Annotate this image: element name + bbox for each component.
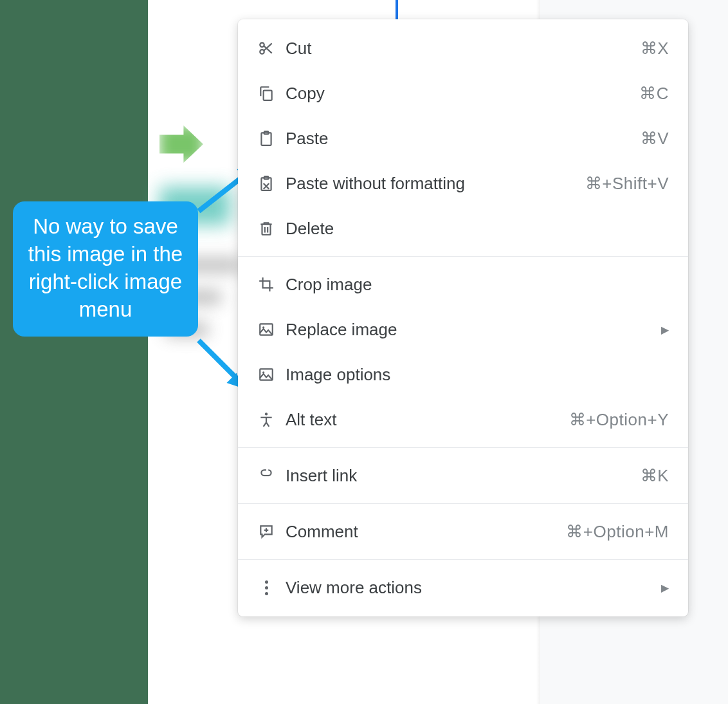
menu-item-label: View more actions [279,578,653,598]
image-icon [253,366,279,383]
more-vertical-icon [253,579,279,596]
menu-divider [238,447,688,448]
menu-item-paste-without-formatting[interactable]: Paste without formatting ⌘+Shift+V [238,161,688,206]
menu-item-copy[interactable]: Copy ⌘C [238,71,688,116]
menu-item-delete[interactable]: Delete [238,206,688,251]
menu-item-label: Replace image [279,320,653,340]
svg-point-18 [265,412,268,415]
menu-item-label: Crop image [279,275,669,295]
menu-item-view-more-actions[interactable]: View more actions ▶ [238,565,688,610]
sidebar-green-strip [0,0,148,704]
menu-item-insert-link[interactable]: Insert link ⌘K [238,453,688,498]
menu-item-paste[interactable]: Paste ⌘V [238,116,688,161]
svg-point-15 [262,326,264,328]
link-icon [253,467,279,484]
menu-item-label: Comment [279,522,566,542]
menu-item-replace-image[interactable]: Replace image ▶ [238,307,688,352]
annotation-callout: No way to save this image in the right-c… [13,201,198,337]
scissors-icon [253,40,279,57]
clipboard-icon [253,130,279,147]
menu-item-label: Insert link [279,466,641,486]
svg-rect-4 [264,91,272,100]
svg-point-17 [262,371,264,373]
menu-item-alt-text[interactable]: Alt text ⌘+Option+Y [238,397,688,442]
menu-item-cut[interactable]: Cut ⌘X [238,26,688,71]
accessibility-icon [253,411,279,428]
menu-divider [238,503,688,504]
menu-item-label: Image options [279,365,669,385]
menu-item-shortcut: ⌘+Option+Y [569,410,669,430]
crop-icon [253,276,279,293]
annotation-callout-text: No way to save this image in the right-c… [28,214,183,321]
copy-icon [253,85,279,102]
menu-item-label: Delete [279,219,669,239]
menu-item-shortcut: ⌘K [641,466,669,486]
menu-item-shortcut: ⌘C [639,84,669,104]
menu-item-shortcut: ⌘V [641,129,669,149]
comment-icon [253,523,279,540]
trash-icon [253,220,279,237]
menu-divider [238,256,688,257]
menu-item-comment[interactable]: Comment ⌘+Option+M [238,509,688,554]
menu-item-shortcut: ⌘+Option+M [566,522,669,542]
menu-divider [238,559,688,560]
svg-rect-11 [262,225,271,235]
menu-item-shortcut: ⌘+Shift+V [585,174,669,194]
menu-item-label: Cut [279,39,641,59]
context-menu: Cut ⌘X Copy ⌘C Paste ⌘V Paste without fo… [238,19,688,616]
submenu-arrow-icon: ▶ [661,582,669,594]
menu-item-label: Paste [279,129,641,149]
clipboard-nofmt-icon [253,175,279,192]
menu-item-label: Alt text [279,410,569,430]
menu-item-shortcut: ⌘X [641,39,669,59]
menu-item-label: Paste without formatting [279,174,585,194]
menu-item-image-options[interactable]: Image options [238,352,688,397]
menu-item-label: Copy [279,84,639,104]
submenu-arrow-icon: ▶ [661,324,669,336]
image-icon [253,321,279,338]
menu-item-crop-image[interactable]: Crop image [238,262,688,307]
